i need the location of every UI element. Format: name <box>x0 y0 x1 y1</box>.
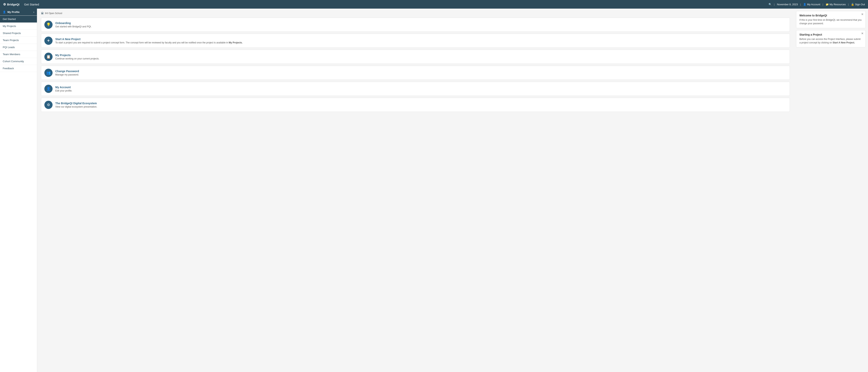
sidebar-item-label-my-profile: My Profile <box>7 10 20 13</box>
logo-text: BridgeQI <box>7 3 19 6</box>
sign-out-label: Sign Out <box>855 3 865 6</box>
card-list: 💡 Onboarding Get started with BridgeQI a… <box>41 18 790 112</box>
start-project-title: Start A New Project <box>55 37 243 41</box>
sidebar-item-my-projects[interactable]: My Projects <box>0 23 37 30</box>
my-account-nav[interactable]: 👤 My Account <box>803 3 820 6</box>
breadcrumb-text: IHI Open School <box>45 12 62 15</box>
my-projects-icon: 📋 <box>44 53 53 61</box>
my-account-desc: Edit your profile. <box>55 89 72 92</box>
card-change-password[interactable]: 👥 Change Password Manage my password. <box>41 66 790 80</box>
sidebar-item-label-cohort-community: Cohort Community <box>3 60 24 63</box>
change-password-desc: Manage my password. <box>55 73 79 76</box>
notice-welcome: Welcome to BridgeQI If this is your firs… <box>796 11 866 28</box>
sidebar-item-label-team-members: Team Members <box>3 53 20 56</box>
card-onboarding[interactable]: 💡 Onboarding Get started with BridgeQI a… <box>41 18 790 32</box>
breadcrumb: 🏛 IHI Open School <box>41 12 790 15</box>
notice-starting-project-title: Starting a Project <box>799 33 862 36</box>
digital-ecosystem-title: The BridgeQI Digital Ecosystem <box>55 102 97 105</box>
my-projects-desc: Continue working on your current project… <box>55 57 99 60</box>
logo-icon: ⚙ <box>3 3 6 6</box>
onboarding-title: Onboarding <box>55 22 91 25</box>
digital-ecosystem-icon: ⚙ <box>44 101 53 109</box>
onboarding-icon: 💡 <box>44 21 53 29</box>
sidebar-item-feedback[interactable]: Feedback <box>0 65 37 72</box>
my-account-icon: 👤 <box>44 85 53 93</box>
sidebar-item-label-feedback: Feedback <box>3 67 14 70</box>
my-account-title: My Account <box>55 86 72 89</box>
header-left: ⚙ BridgeQI Get Started <box>3 3 39 6</box>
notice-starting-project-close[interactable]: ✕ <box>861 32 864 35</box>
sidebar-item-get-started[interactable]: Get Started <box>0 16 37 23</box>
sign-out-nav[interactable]: 🔓 Sign Out <box>851 3 865 6</box>
profile-icon: 👤 <box>3 10 6 13</box>
right-panel: Welcome to BridgeQI If this is your firs… <box>794 9 868 372</box>
notice-welcome-title: Welcome to BridgeQI <box>799 14 862 17</box>
sidebar-item-shared-projects[interactable]: Shared Projects <box>0 30 37 37</box>
onboarding-desc: Get started with BridgeQI and PQI. <box>55 25 91 28</box>
sidebar-item-label-pqi-leads: PQI Leads <box>3 46 14 49</box>
sidebar-item-pqi-leads[interactable]: PQI Leads <box>0 44 37 51</box>
my-account-label: My Account <box>807 3 820 6</box>
page-title: Get Started <box>24 3 39 6</box>
layout: 👤 My Profile › Get Started My Projects S… <box>0 9 868 372</box>
sidebar-item-team-members[interactable]: Team Members <box>0 51 37 58</box>
header-right: 🔍 | November 8, 2023 | 👤 My Account | 📁 … <box>769 3 865 6</box>
change-password-icon: 👥 <box>44 69 53 77</box>
search-icon[interactable]: 🔍 <box>769 3 772 6</box>
my-resources-label: My Resources <box>830 3 846 6</box>
chevron-right-icon: › <box>33 11 34 13</box>
my-resources-nav[interactable]: 📁 My Resources <box>826 3 846 6</box>
notice-starting-project-text: Before you can access the Project Interf… <box>799 37 862 45</box>
header: ⚙ BridgeQI Get Started 🔍 | November 8, 2… <box>0 0 868 9</box>
logo[interactable]: ⚙ BridgeQI <box>3 3 19 6</box>
card-digital-ecosystem[interactable]: ⚙ The BridgeQI Digital Ecosystem View ou… <box>41 98 790 112</box>
sidebar-item-label-my-projects: My Projects <box>3 25 16 28</box>
sidebar-item-label-shared-projects: Shared Projects <box>3 32 21 35</box>
digital-ecosystem-desc: View our digital ecosystem presentation. <box>55 106 97 108</box>
sidebar-item-cohort-community[interactable]: Cohort Community <box>0 58 37 65</box>
notice-welcome-text: If this is your first time on BridgeQI, … <box>799 18 862 25</box>
sidebar: 👤 My Profile › Get Started My Projects S… <box>0 9 37 372</box>
main-content: 🏛 IHI Open School 💡 Onboarding Get start… <box>37 9 794 372</box>
start-project-desc: To start a project you are required to s… <box>55 41 243 44</box>
sidebar-item-team-projects[interactable]: Team Projects <box>0 37 37 44</box>
notice-starting-project: Starting a Project Before you can access… <box>796 30 866 47</box>
card-my-projects[interactable]: 📋 My Projects Continue working on your c… <box>41 50 790 64</box>
my-projects-title: My Projects <box>55 54 99 57</box>
sidebar-item-my-profile[interactable]: 👤 My Profile › <box>0 9 37 16</box>
notice-welcome-close[interactable]: ✕ <box>861 13 864 16</box>
card-my-account[interactable]: 👤 My Account Edit your profile. <box>41 82 790 96</box>
start-project-icon: + <box>44 36 53 45</box>
breadcrumb-icon: 🏛 <box>41 12 44 15</box>
card-start-new-project[interactable]: + Start A New Project To start a project… <box>41 34 790 48</box>
change-password-title: Change Password <box>55 69 79 73</box>
header-date: November 8, 2023 <box>777 3 798 6</box>
sidebar-item-label-team-projects: Team Projects <box>3 39 19 42</box>
sidebar-item-label-get-started: Get Started <box>3 18 16 21</box>
